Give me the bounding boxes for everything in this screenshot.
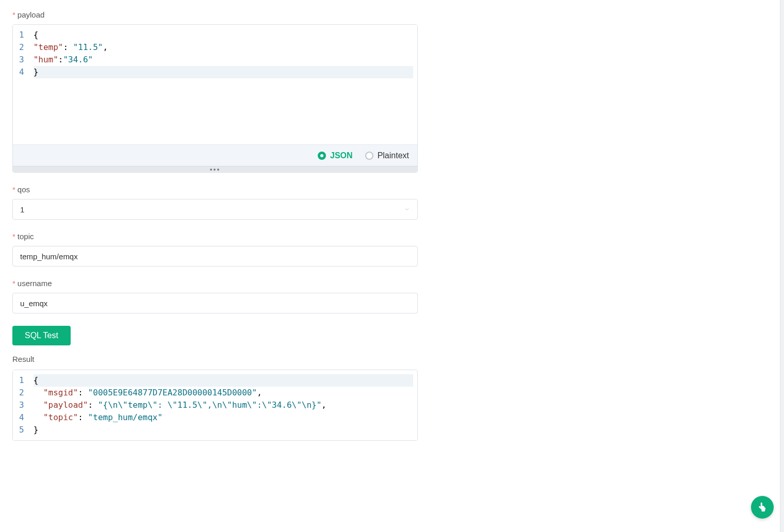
required-asterisk: * (12, 185, 15, 194)
topic-label: *topic (12, 232, 418, 241)
line-number-gutter: 1234 (13, 25, 29, 144)
format-radio-plaintext[interactable]: Plaintext (365, 151, 409, 160)
username-label: *username (12, 279, 418, 288)
format-radio-json[interactable]: JSON (318, 151, 353, 160)
required-asterisk: * (12, 10, 15, 19)
scrollbar-track[interactable] (780, 0, 784, 451)
topic-input-wrapper (12, 246, 418, 267)
payload-label: *payload (12, 10, 418, 19)
payload-format-bar: JSON Plaintext (13, 144, 417, 166)
chevron-down-icon (404, 205, 410, 214)
username-input-wrapper (12, 293, 418, 313)
required-asterisk: * (12, 279, 15, 288)
line-number-gutter: 12345 (13, 370, 29, 440)
required-asterisk: * (12, 232, 15, 241)
radio-dot-icon (318, 152, 326, 160)
username-input[interactable] (20, 299, 410, 308)
qos-label: *qos (12, 185, 418, 194)
qos-select[interactable]: 1 (12, 199, 418, 220)
payload-editor[interactable]: 1234{"temp": "11.5","hum":"34.6"} JSON P… (12, 24, 418, 173)
sql-test-button[interactable]: SQL Test (12, 326, 71, 345)
code-body[interactable]: {"temp": "11.5","hum":"34.6"} (29, 25, 417, 144)
qos-value: 1 (20, 205, 24, 214)
resize-handle[interactable]: ••• (13, 166, 417, 172)
result-label: Result (12, 355, 418, 363)
radio-dot-icon (365, 152, 373, 160)
code-body[interactable]: { "msgid": "0005E9E64877D7EA28D00000145D… (29, 370, 417, 440)
topic-input[interactable] (20, 252, 410, 261)
result-editor[interactable]: 12345{ "msgid": "0005E9E64877D7EA28D0000… (12, 370, 418, 441)
